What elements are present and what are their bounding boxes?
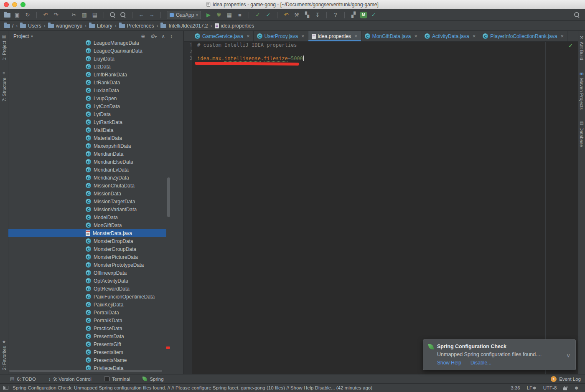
project-tree-item[interactable]: CLtRankData [8, 78, 166, 86]
tool-window-button-1-project[interactable]: ▤1: Project [2, 34, 7, 60]
run-icon[interactable]: ▶ [205, 11, 212, 19]
editor-tab[interactable]: CGameService.java× [191, 31, 254, 41]
project-horizontal-scrollbar[interactable] [9, 370, 162, 372]
diff-icon[interactable]: ▞ [350, 11, 357, 19]
project-tree-item[interactable]: CPaixiKejiData [8, 301, 166, 309]
project-view-dropdown-icon[interactable]: ▾ [31, 34, 33, 38]
close-window-button[interactable] [4, 2, 9, 7]
breadcrumb-item[interactable]: IntelliJIdea2017.2 [160, 23, 208, 29]
project-tree-item[interactable]: CLeagueManageData [8, 39, 166, 47]
search-everywhere-icon[interactable] [573, 11, 581, 19]
tool-window-button-ant-build[interactable]: ⚒Ant Build [579, 35, 584, 60]
breadcrumb-item[interactable]: Users [20, 23, 41, 29]
readonly-lock-icon[interactable] [563, 387, 567, 390]
cut-icon[interactable]: ✂ [70, 11, 78, 19]
project-tree-item[interactable]: COptActivityData [8, 277, 166, 285]
editor-tab[interactable]: CUserProxy.java× [254, 31, 308, 41]
synchronize-icon[interactable]: ↻ [24, 11, 31, 19]
project-tree-item[interactable]: CLeagueQuanxianData [8, 47, 166, 55]
project-tree-item[interactable]: CLytRankData [8, 118, 166, 126]
tool-window-switcher-icon[interactable] [3, 386, 8, 390]
editor-tab[interactable]: idea.properties× [308, 31, 361, 41]
project-tree-item[interactable]: CLmfbRankData [8, 71, 166, 78]
run-with-coverage-icon[interactable]: ▦ [226, 11, 233, 19]
project-tree-item[interactable]: CMonsterPictureData [8, 253, 166, 261]
navigate-forward-icon[interactable]: → [148, 11, 155, 19]
file-encoding[interactable]: UTF-8 [543, 385, 557, 390]
project-tree-item[interactable]: CMallData [8, 126, 166, 134]
project-tree-item[interactable]: CMeridianZyData [8, 174, 166, 182]
project-structure-icon[interactable]: ▚ [303, 11, 311, 19]
tool-window-button-terminal[interactable]: Terminal [104, 377, 130, 382]
editor-tab[interactable]: CMonGiftData.java× [361, 31, 421, 41]
close-tab-icon[interactable]: × [301, 33, 305, 39]
open-icon[interactable] [4, 13, 10, 18]
copy-icon[interactable]: ▥ [81, 11, 88, 19]
line-separator[interactable]: LF≑ [527, 385, 537, 391]
project-tree-item[interactable]: CPresentsName [8, 356, 166, 364]
project-panel-title[interactable]: Project [13, 33, 29, 39]
project-tree-item[interactable]: CMonsterGroupData [8, 245, 166, 253]
project-tree-item[interactable]: CPaixiFuncionOpentimeData [8, 293, 166, 301]
project-tree-item[interactable]: CMissionTargetData [8, 197, 166, 205]
settings-gear-icon[interactable]: ⚙▾ [150, 33, 156, 39]
project-tree-item[interactable]: CPracticeData [8, 324, 166, 332]
project-tree-item[interactable]: CPresentsGift [8, 340, 166, 348]
minimize-window-button[interactable] [12, 2, 17, 7]
validate-icon[interactable]: ✓ [370, 11, 377, 19]
undo-icon[interactable]: ↶ [42, 11, 49, 19]
tool-window-button-database[interactable]: ▤Database [579, 121, 584, 147]
project-tree-item[interactable]: CPortraiData [8, 309, 166, 316]
project-tree-item[interactable]: CLuxianData [8, 86, 166, 94]
breadcrumb-item[interactable]: Preferences [119, 23, 154, 29]
close-tab-icon[interactable]: × [247, 33, 250, 39]
update-application-icon[interactable]: ✓ [254, 11, 262, 19]
project-tree-item[interactable]: CLvupOpen [8, 94, 166, 102]
project-tree-item[interactable]: CMissionVariantData [8, 205, 166, 213]
editor-tab[interactable]: CActivityData.java× [421, 31, 479, 41]
tool-window-button-maven-projects[interactable]: mMaven Projects [579, 71, 584, 110]
project-tree-item[interactable]: CMeridianLvData [8, 166, 166, 174]
close-tab-icon[interactable]: × [473, 33, 476, 39]
event-log-button[interactable]: 1 Event Log [551, 376, 581, 382]
project-vertical-scrollbar[interactable] [167, 177, 170, 217]
project-tree-item[interactable]: CMeridianData [8, 150, 166, 158]
redo-icon[interactable]: ↷ [52, 11, 60, 19]
paste-icon[interactable]: ▤ [91, 11, 99, 19]
collapse-all-icon[interactable]: ∧ [161, 33, 165, 39]
help-icon[interactable]: ? [332, 11, 339, 19]
project-tree-item[interactable]: CMeridianElseData [8, 158, 166, 166]
hide-panel-icon[interactable]: ↕ [170, 33, 173, 39]
settings-icon[interactable]: ⚒ [293, 11, 300, 19]
tool-window-button-spring[interactable]: Spring [142, 377, 163, 382]
navigate-back-icon[interactable]: ← [137, 11, 145, 19]
project-tree-item[interactable]: CLytConData [8, 102, 166, 110]
breadcrumb-item[interactable]: idea.properties [215, 23, 254, 29]
project-tree-item[interactable]: CMaxexpshiftData [8, 142, 166, 150]
hector-inspections-icon[interactable]: ☻ [574, 385, 579, 391]
breadcrumb-item[interactable]: wangwenyu [48, 23, 82, 29]
stop-icon[interactable]: ■ [236, 11, 244, 19]
close-tab-icon[interactable]: × [414, 33, 417, 39]
breadcrumb-item[interactable]: Library [89, 23, 112, 29]
expand-notification-icon[interactable]: ∨ [566, 352, 570, 359]
tool-window-button-2-favorites[interactable]: ★2: Favorites [2, 339, 7, 370]
project-tree-item[interactable]: CMonsterPrototypeData [8, 261, 166, 269]
project-tree-item[interactable]: MonsterData.java [8, 229, 166, 237]
download-sources-icon[interactable]: ↧ [314, 11, 321, 19]
find-icon[interactable] [109, 11, 117, 19]
close-tab-icon[interactable]: × [560, 33, 564, 39]
replace-icon[interactable] [120, 11, 127, 19]
save-all-icon[interactable]: ▣ [13, 11, 21, 19]
project-tree-item[interactable]: CLiuyiData [8, 55, 166, 63]
project-tree-item[interactable]: CMissionData [8, 190, 166, 197]
breadcrumb-item[interactable]: / [4, 23, 13, 29]
tool-window-button-version-control[interactable]: ↕9: Version Control [48, 377, 92, 382]
run-config-selector[interactable]: GasApp▾ [167, 11, 201, 19]
markdown-icon[interactable]: M [360, 12, 367, 18]
zoom-window-button[interactable] [20, 2, 25, 7]
debug-icon[interactable]: ❋ [215, 11, 223, 19]
close-tab-icon[interactable]: × [354, 33, 358, 39]
disable-link[interactable]: Disable... [471, 360, 491, 366]
show-help-link[interactable]: Show Help [437, 360, 461, 366]
